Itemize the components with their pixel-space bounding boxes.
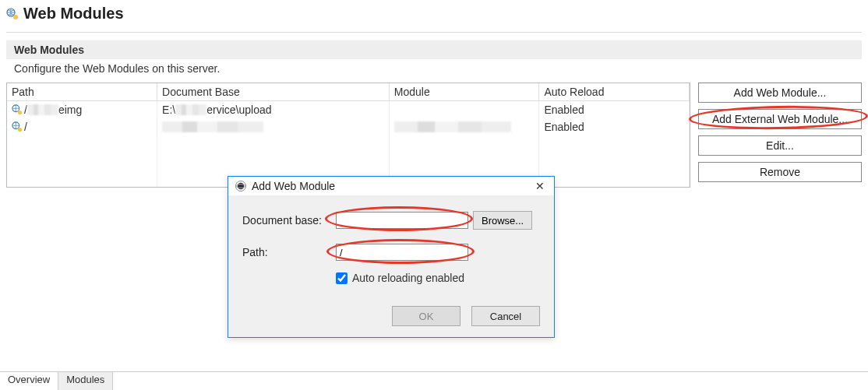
auto-reload-checkbox[interactable] [336,272,348,284]
path-input[interactable] [336,244,468,261]
add-external-web-module-button[interactable]: Add External Web Module... [698,109,862,129]
add-web-module-button[interactable]: Add Web Module... [698,83,862,103]
side-button-panel: Add Web Module... Add External Web Modul… [698,83,862,188]
docbase-input[interactable] [336,212,468,229]
table-header-row: Path Document Base Module Auto Reload [7,83,690,101]
table-row[interactable]: /eimgE:\ervice\uploadEnabled [7,101,690,119]
section-description: Configure the Web Modules on this server… [6,59,862,83]
cancel-button[interactable]: Cancel [471,306,540,326]
svg-point-3 [18,111,22,114]
edit-button[interactable]: Edit... [698,135,862,156]
dialog-title: Add Web Module [252,180,335,192]
remove-button[interactable]: Remove [698,162,862,182]
close-icon[interactable]: ✕ [532,180,548,192]
eclipse-icon [235,180,247,192]
table-row[interactable] [7,135,690,153]
svg-point-7 [238,183,245,190]
tab-overview[interactable]: Overview [0,372,58,390]
page-title-text: Web Modules [23,5,124,23]
section-header: Web Modules [6,40,862,59]
path-label: Path: [242,246,336,258]
browse-button[interactable]: Browse... [473,211,532,230]
web-module-icon [12,121,23,132]
web-module-icon [12,104,23,115]
divider [6,32,862,33]
ok-button: OK [392,306,460,326]
modules-table: Path Document Base Module Auto Reload /e… [6,83,690,188]
table-row[interactable]: /Enabled [7,118,690,135]
svg-point-1 [13,15,18,19]
svg-point-5 [18,128,22,132]
footer-tabs: Overview Modules [0,371,868,390]
col-path[interactable]: Path [7,83,157,101]
table-row[interactable] [7,153,690,170]
tab-modules[interactable]: Modules [58,372,113,390]
col-module[interactable]: Module [389,83,539,101]
auto-reload-label: Auto reloading enabled [352,272,464,284]
dialog-titlebar[interactable]: Add Web Module ✕ [228,177,554,195]
docbase-label: Document base: [242,214,336,227]
add-web-module-dialog: Add Web Module ✕ Document base: Browse..… [228,176,555,338]
web-module-icon [6,8,19,20]
col-reload[interactable]: Auto Reload [539,83,690,101]
col-docbase[interactable]: Document Base [157,83,390,101]
page-title: Web Modules [0,0,868,32]
